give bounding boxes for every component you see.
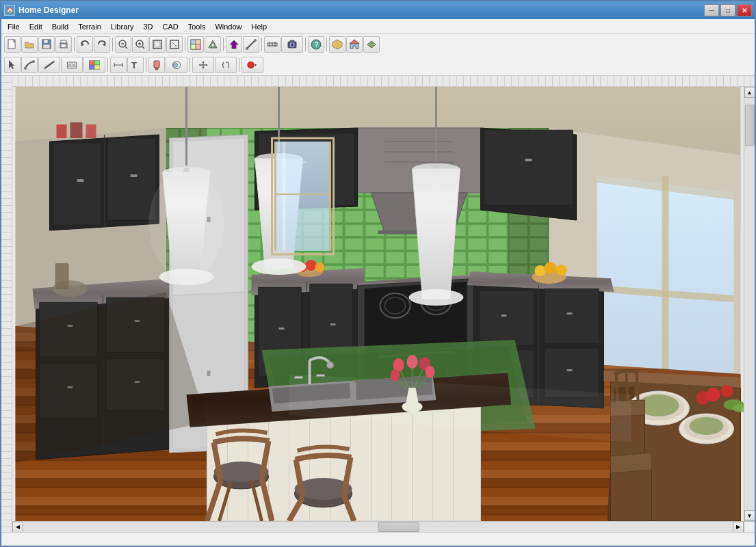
svg-marker-7 — [81, 42, 84, 46]
menu-help[interactable]: Help — [247, 21, 272, 32]
redo-button[interactable] — [94, 36, 110, 53]
svg-rect-38 — [290, 40, 294, 42]
print-button[interactable] — [55, 36, 72, 53]
svg-point-31 — [254, 39, 257, 42]
camera-view-button[interactable] — [281, 36, 303, 53]
scroll-track-vertical[interactable] — [744, 98, 755, 510]
svg-marker-71 — [202, 67, 204, 68]
svg-rect-5 — [61, 40, 66, 43]
help-button[interactable]: ? — [308, 36, 324, 53]
text-tool[interactable]: T — [127, 57, 144, 73]
rotate-tool[interactable] — [215, 57, 237, 73]
svg-point-27 — [211, 44, 214, 46]
canvas-area[interactable] — [12, 87, 744, 521]
svg-rect-168 — [567, 312, 573, 315]
save-button[interactable] — [38, 36, 55, 53]
window-title: Home Designer — [18, 5, 704, 15]
maximize-button[interactable]: □ — [720, 4, 735, 16]
svg-point-30 — [246, 47, 248, 50]
svg-rect-6 — [62, 44, 66, 47]
measure-button[interactable] — [264, 36, 281, 53]
menu-file[interactable]: File — [3, 21, 25, 32]
scroll-right-button[interactable]: ▶ — [733, 522, 744, 533]
scroll-thumb-vertical[interactable] — [745, 105, 755, 146]
svg-marker-8 — [103, 42, 105, 46]
ruler-left — [1, 76, 12, 532]
bird-eye-button[interactable] — [363, 36, 380, 53]
svg-text:?: ? — [315, 41, 319, 49]
sep-4 — [223, 38, 224, 51]
svg-rect-101 — [53, 143, 101, 225]
line-tool[interactable] — [243, 36, 259, 53]
zoom-window-button[interactable] — [149, 36, 166, 53]
floor-camera-button[interactable] — [205, 36, 221, 53]
zoom-out-button[interactable] — [115, 36, 131, 53]
record-button[interactable]: ▾ — [242, 57, 263, 73]
svg-rect-162 — [480, 291, 534, 345]
polyline-tool[interactable] — [21, 57, 38, 73]
kitchen-scene-svg — [12, 87, 744, 521]
menu-3d[interactable]: 3D — [138, 21, 157, 32]
svg-point-210 — [426, 366, 435, 378]
close-button[interactable]: ✕ — [737, 4, 752, 16]
menu-terrain[interactable]: Terrain — [73, 21, 106, 32]
scroll-down-button[interactable]: ▼ — [744, 510, 755, 521]
scroll-track-horizontal[interactable] — [23, 522, 733, 532]
menu-window[interactable]: Window — [210, 21, 246, 32]
svg-rect-22 — [191, 40, 196, 44]
sep-9 — [146, 58, 146, 72]
svg-marker-266 — [283, 142, 286, 251]
scroll-corner — [744, 521, 755, 532]
zoom-fit-button[interactable] — [166, 36, 183, 53]
canvas-with-vscroll: ▲ ▼ — [12, 87, 755, 521]
svg-point-148 — [315, 263, 325, 272]
scrollbar-horizontal[interactable]: ◀ ▶ — [12, 521, 744, 532]
svg-marker-70 — [202, 61, 204, 62]
main-window: 🏠 Home Designer ─ □ ✕ File Edit Build Te… — [0, 0, 756, 547]
scroll-up-button[interactable]: ▲ — [744, 87, 755, 98]
menu-library[interactable]: Library — [106, 21, 139, 32]
cabinet-tool[interactable] — [61, 57, 83, 73]
texture-tool[interactable] — [166, 57, 187, 73]
material-painter-tool[interactable] — [83, 57, 105, 73]
wall-tool[interactable] — [38, 57, 60, 73]
dimension-tool[interactable] — [110, 57, 127, 73]
new-button[interactable] — [4, 36, 21, 53]
select-tool[interactable] — [4, 57, 21, 73]
sep-3 — [185, 38, 185, 51]
exterior-button[interactable] — [346, 36, 363, 53]
svg-rect-169 — [567, 369, 573, 371]
svg-rect-60 — [94, 65, 100, 69]
layout-button[interactable] — [187, 36, 204, 53]
canvas-and-scrollbars: ▲ ▼ ◀ ▶ — [12, 76, 755, 532]
toolbar-area: ? — [1, 34, 755, 76]
svg-marker-260 — [611, 466, 652, 521]
svg-rect-144 — [330, 323, 336, 325]
svg-point-252 — [721, 385, 733, 397]
minimize-button[interactable]: ─ — [704, 4, 719, 16]
svg-rect-120 — [55, 263, 69, 289]
menu-tools[interactable]: Tools — [183, 21, 211, 32]
zoom-in-button[interactable] — [132, 36, 148, 53]
svg-point-171 — [535, 265, 546, 276]
svg-point-49 — [32, 60, 35, 63]
svg-rect-125 — [207, 371, 211, 376]
svg-rect-164 — [545, 289, 599, 343]
scroll-thumb-horizontal[interactable] — [378, 522, 419, 532]
sep-2 — [112, 38, 113, 51]
menu-cad[interactable]: CAD — [157, 21, 183, 32]
arrow-tool[interactable] — [226, 36, 242, 53]
scroll-left-button[interactable]: ◀ — [12, 522, 23, 533]
svg-rect-3 — [43, 44, 50, 49]
move-tool[interactable] — [192, 57, 214, 73]
paint-tool[interactable] — [148, 57, 165, 73]
ruler-top — [12, 76, 755, 87]
undo-button[interactable] — [77, 36, 93, 53]
bottom-bar: ◀ ▶ — [12, 521, 755, 532]
scrollbar-vertical[interactable]: ▲ ▼ — [744, 87, 755, 521]
svg-point-172 — [545, 262, 557, 274]
home3d-button[interactable] — [329, 36, 346, 53]
menu-build[interactable]: Build — [47, 21, 73, 32]
open-button[interactable] — [21, 36, 38, 53]
menu-edit[interactable]: Edit — [25, 21, 47, 32]
